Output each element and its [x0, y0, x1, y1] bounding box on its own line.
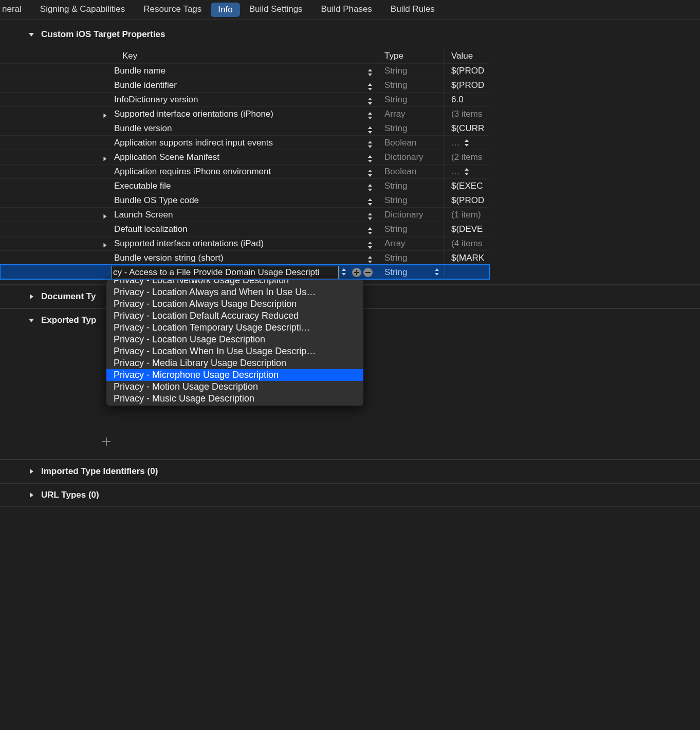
- plist-row[interactable]: Bundle version string (short)String$(MAR…: [0, 250, 489, 265]
- remove-key-icon[interactable]: [363, 267, 373, 278]
- plist-row[interactable]: Bundle OS Type codeString$(PROD: [0, 193, 489, 207]
- type-cell[interactable]: Boolean: [378, 136, 445, 150]
- tab-build-rules[interactable]: Build Rules: [381, 1, 444, 19]
- stepper-icon[interactable]: [366, 197, 374, 207]
- stepper-icon[interactable]: [433, 267, 440, 277]
- type-cell[interactable]: String: [378, 78, 445, 92]
- autocomplete-option[interactable]: Privacy - Location Temporary Usage Descr…: [106, 322, 363, 334]
- type-cell[interactable]: String: [378, 179, 445, 193]
- section-header-url-types[interactable]: URL Types (0): [0, 483, 700, 506]
- stepper-icon[interactable]: [366, 169, 374, 178]
- chevron-right-icon: [27, 467, 36, 476]
- autocomplete-option[interactable]: Privacy - Local Network Usage Descriptio…: [106, 280, 363, 286]
- stepper-icon[interactable]: [366, 212, 374, 221]
- tab-general[interactable]: neral: [0, 1, 31, 19]
- plist-row[interactable]: Bundle versionString$(CURR: [0, 121, 489, 135]
- plist-row[interactable]: Application requires iPhone environmentB…: [0, 164, 489, 178]
- value-cell[interactable]: (1 item): [445, 208, 491, 222]
- plist-row[interactable]: Default localizationString$(DEVE: [0, 222, 489, 236]
- value-cell[interactable]: (3 items: [445, 107, 491, 121]
- plist-row[interactable]: Application Scene ManifestDictionary(2 i…: [0, 150, 489, 164]
- tab-build-phases[interactable]: Build Phases: [312, 1, 381, 19]
- autocomplete-option[interactable]: Privacy - Location Always and When In Us…: [106, 286, 363, 298]
- plist-row[interactable]: Launch ScreenDictionary(1 item): [0, 207, 489, 222]
- value-cell[interactable]: $(DEVE: [445, 222, 491, 236]
- value-cell[interactable]: $(MARK: [445, 251, 491, 265]
- type-cell[interactable]: String: [378, 121, 445, 135]
- autocomplete-option[interactable]: Privacy - Location Usage Description: [106, 334, 363, 345]
- column-type[interactable]: Type: [384, 51, 403, 61]
- stepper-icon[interactable]: [366, 97, 374, 106]
- plist-row[interactable]: Bundle identifierString$(PROD: [0, 78, 489, 92]
- autocomplete-option[interactable]: Privacy - Location Always Usage Descript…: [106, 298, 363, 310]
- value-cell[interactable]: $(EXEC: [445, 179, 491, 193]
- autocomplete-option[interactable]: Privacy - Media Library Usage Descriptio…: [106, 357, 363, 369]
- value-cell[interactable]: …: [445, 136, 491, 150]
- stepper-icon[interactable]: [366, 226, 374, 235]
- plist-row[interactable]: Executable fileString$(EXEC: [0, 178, 489, 193]
- type-cell[interactable]: String: [378, 222, 445, 236]
- value-cell[interactable]: $(PROD: [445, 193, 491, 207]
- plist-row[interactable]: Supported interface orientations (iPad)A…: [0, 236, 489, 250]
- stepper-icon[interactable]: [366, 111, 374, 120]
- type-cell[interactable]: Dictionary: [378, 150, 445, 164]
- chevron-right-icon[interactable]: [101, 155, 109, 163]
- value-cell[interactable]: (4 items: [445, 236, 491, 250]
- type-cell[interactable]: Dictionary: [378, 208, 445, 222]
- column-key[interactable]: Key: [122, 51, 137, 61]
- add-key-icon[interactable]: [352, 267, 362, 278]
- plist-row[interactable]: InfoDictionary versionString6.0: [0, 92, 489, 106]
- stepper-icon[interactable]: [463, 167, 470, 176]
- type-cell[interactable]: String: [378, 64, 445, 78]
- plist-row-editing[interactable]: cy - Access to a File Provide Domain Usa…: [0, 265, 489, 279]
- stepper-icon[interactable]: [366, 255, 374, 264]
- type-cell[interactable]: String: [378, 251, 445, 265]
- section-header-custom-ios[interactable]: Custom iOS Target Properties: [0, 20, 700, 49]
- key-label: Bundle version string (short): [114, 253, 224, 263]
- stepper-icon[interactable]: [366, 140, 374, 149]
- value-cell[interactable]: (2 items: [445, 150, 491, 164]
- tab-info[interactable]: Info: [211, 3, 240, 17]
- plist-table: Key Type Value Bundle nameString$(PRODBu…: [0, 49, 700, 279]
- chevron-right-icon[interactable]: [101, 212, 109, 221]
- stepper-icon[interactable]: [366, 68, 374, 77]
- autocomplete-option[interactable]: Privacy - Music Usage Description: [106, 393, 363, 405]
- type-cell[interactable]: Array: [378, 236, 445, 250]
- autocomplete-option[interactable]: Privacy - Location When In Use Usage Des…: [106, 345, 363, 357]
- autocomplete-option[interactable]: Privacy - Motion Usage Description: [106, 381, 363, 393]
- tab-resource-tags[interactable]: Resource Tags: [134, 1, 211, 19]
- plist-row[interactable]: Bundle nameString$(PROD: [0, 63, 489, 78]
- tab-signing[interactable]: Signing & Capabilities: [31, 1, 134, 19]
- value-cell[interactable]: $(PROD: [445, 78, 491, 92]
- value-cell[interactable]: …: [445, 165, 491, 178]
- value-cell[interactable]: $(CURR: [445, 121, 491, 135]
- type-cell[interactable]: String: [378, 193, 445, 207]
- value-cell[interactable]: 6.0: [445, 93, 491, 106]
- plist-row[interactable]: Application supports indirect input even…: [0, 135, 489, 150]
- type-cell[interactable]: String: [378, 265, 407, 280]
- chevron-right-icon[interactable]: [101, 241, 109, 249]
- autocomplete-option[interactable]: Privacy - Microphone Usage Description: [106, 369, 363, 381]
- chevron-right-icon[interactable]: [101, 112, 109, 120]
- column-value[interactable]: Value: [451, 51, 473, 61]
- stepper-icon[interactable]: [366, 125, 374, 135]
- key-input[interactable]: cy - Access to a File Provide Domain Usa…: [112, 266, 339, 279]
- type-cell[interactable]: Boolean: [378, 165, 445, 178]
- section-header-imported-types[interactable]: Imported Type Identifiers (0): [0, 460, 700, 483]
- stepper-icon[interactable]: [366, 241, 374, 250]
- stepper-icon[interactable]: [463, 138, 470, 148]
- type-cell[interactable]: String: [378, 93, 445, 106]
- section-title: Document Ty: [41, 291, 96, 302]
- stepper-icon[interactable]: [366, 82, 374, 92]
- value-cell[interactable]: $(PROD: [445, 64, 491, 78]
- value-cell[interactable]: [445, 265, 489, 280]
- autocomplete-option[interactable]: Privacy - Location Default Accuracy Redu…: [106, 310, 363, 322]
- stepper-icon[interactable]: [340, 267, 347, 277]
- tab-build-settings[interactable]: Build Settings: [240, 1, 312, 19]
- plist-row[interactable]: Supported interface orientations (iPhone…: [0, 106, 489, 121]
- key-label: Bundle identifier: [114, 80, 177, 90]
- type-cell[interactable]: Array: [378, 107, 445, 121]
- plus-icon[interactable]: [101, 436, 112, 450]
- stepper-icon[interactable]: [366, 183, 374, 192]
- stepper-icon[interactable]: [366, 154, 374, 163]
